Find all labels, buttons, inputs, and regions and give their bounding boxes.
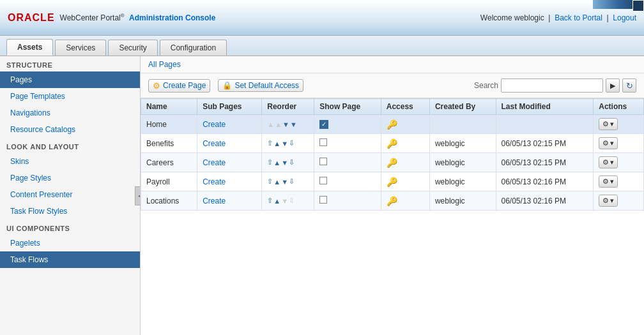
show-page-checkbox-careers[interactable] xyxy=(319,158,327,165)
reorder-down-careers[interactable]: ▼ xyxy=(281,159,288,167)
sidebar-collapse-button[interactable]: ◀ xyxy=(135,186,141,205)
table-row: Payroll Create ⇧ ▲ ▼ ⇩ xyxy=(141,172,644,191)
page-name-payroll: Payroll xyxy=(141,172,197,191)
access-home: 🔑 xyxy=(381,115,429,134)
reorder-up-payroll[interactable]: ▲ xyxy=(273,178,280,186)
back-to-portal-link[interactable]: Back to Portal xyxy=(555,13,602,22)
sidebar-item-page-styles[interactable]: Page Styles xyxy=(0,170,140,186)
sidebar-item-skins[interactable]: Skins xyxy=(0,153,140,170)
actions-locations: ⚙ ▾ xyxy=(594,191,644,211)
sidebar-section-ui-components: UI Components xyxy=(0,220,140,235)
header-right: Welcome weblogic | Back to Portal | Logo… xyxy=(480,13,636,22)
access-careers: 🔑 xyxy=(381,153,429,172)
tab-assets[interactable]: Assets xyxy=(6,39,53,56)
col-sub-pages: Sub Pages xyxy=(197,99,262,115)
search-input[interactable] xyxy=(501,78,603,93)
create-sub-page-home[interactable]: Create xyxy=(203,120,226,129)
access-icon-benefits[interactable]: 🔑 xyxy=(387,138,397,149)
access-locations: 🔑 xyxy=(381,191,429,211)
gear-icon-home: ⚙ xyxy=(602,120,609,128)
reorder-top-payroll[interactable]: ⇧ xyxy=(267,177,273,186)
access-icon-payroll[interactable]: 🔑 xyxy=(387,177,397,187)
reorder-up-home[interactable]: ▲ xyxy=(275,121,282,128)
reorder-bottom-careers[interactable]: ⇩ xyxy=(289,158,295,167)
access-payroll: 🔑 xyxy=(381,172,429,191)
sidebar: Structure Pages Page Templates Navigatio… xyxy=(0,56,141,335)
gear-icon-locations: ⚙ xyxy=(602,197,609,205)
reorder-top-careers[interactable]: ⇧ xyxy=(267,158,273,167)
main-container: Structure Pages Page Templates Navigatio… xyxy=(0,56,644,335)
all-pages-link[interactable]: All Pages xyxy=(148,60,181,69)
created-by-careers: weblogic xyxy=(429,153,496,172)
show-page-checkbox-home[interactable]: ✓ xyxy=(319,120,328,129)
create-sub-page-locations[interactable]: Create xyxy=(203,197,226,205)
create-sub-page-careers[interactable]: Create xyxy=(203,158,226,167)
reorder-top-home[interactable]: ▲ xyxy=(267,121,274,128)
actions-gear-benefits[interactable]: ⚙ ▾ xyxy=(599,137,618,149)
sidebar-item-page-templates[interactable]: Page Templates xyxy=(0,88,140,105)
tab-services[interactable]: Services xyxy=(55,40,106,56)
set-default-access-button[interactable]: 🔒 Set Default Access xyxy=(218,79,303,92)
col-actions: Actions xyxy=(594,99,644,115)
search-label: Search xyxy=(474,81,498,90)
reorder-bottom-locations[interactable]: ⇩ xyxy=(289,197,295,205)
gear-icon-payroll: ⚙ xyxy=(602,177,609,186)
welcome-text: Welcome weblogic xyxy=(480,13,544,22)
actions-gear-careers[interactable]: ⚙ ▾ xyxy=(599,156,618,168)
reorder-down-home[interactable]: ▼ xyxy=(282,121,289,128)
show-page-careers xyxy=(314,153,381,172)
col-created-by: Created By xyxy=(429,99,496,115)
create-sub-page-benefits[interactable]: Create xyxy=(203,139,226,148)
reorder-up-careers[interactable]: ▲ xyxy=(273,159,280,167)
reorder-bottom-payroll[interactable]: ⇩ xyxy=(289,177,295,186)
create-page-button[interactable]: ⚙ Create Page xyxy=(148,79,210,93)
show-page-checkbox-benefits[interactable] xyxy=(319,138,327,146)
reorder-bottom-home[interactable]: ▼ xyxy=(290,121,297,128)
registered-mark: ® xyxy=(121,13,125,19)
gear-icon-careers: ⚙ xyxy=(602,158,609,167)
page-name-careers: Careers xyxy=(141,153,197,172)
top-nav: Assets Services Security Configuration xyxy=(0,36,644,56)
reorder-down-locations[interactable]: ▼ xyxy=(281,197,288,205)
sidebar-item-pagelets[interactable]: Pagelets xyxy=(0,235,140,251)
actions-gear-locations[interactable]: ⚙ ▾ xyxy=(599,195,618,207)
actions-gear-payroll[interactable]: ⚙ ▾ xyxy=(599,175,618,188)
col-access: Access xyxy=(381,99,429,115)
arrow-right-icon: ▶ xyxy=(610,82,615,90)
sidebar-item-navigations[interactable]: Navigations xyxy=(0,105,140,121)
reorder-home: ▲ ▲ ▼ ▼ xyxy=(262,115,314,134)
page-name-locations: Locations xyxy=(141,191,197,211)
reorder-top-benefits[interactable]: ⇧ xyxy=(267,139,273,147)
sidebar-item-content-presenter[interactable]: Content Presenter xyxy=(0,186,140,203)
actions-gear-home[interactable]: ⚙ ▾ xyxy=(599,118,618,130)
sidebar-item-task-flow-styles[interactable]: Task Flow Styles xyxy=(0,203,140,220)
webcenter-label: WebCenter Portal xyxy=(60,13,121,22)
tab-configuration[interactable]: Configuration xyxy=(160,40,227,56)
logout-link[interactable]: Logout xyxy=(613,13,636,22)
reorder-top-locations[interactable]: ⇧ xyxy=(267,197,273,205)
sidebar-item-resource-catalogs[interactable]: Resource Catalogs xyxy=(0,121,140,138)
show-page-checkbox-locations[interactable] xyxy=(319,196,327,204)
refresh-button[interactable]: ↻ xyxy=(622,78,636,93)
sidebar-item-pages[interactable]: Pages xyxy=(0,71,140,88)
show-page-home: ✓ xyxy=(314,115,381,134)
access-icon-home[interactable]: 🔑 xyxy=(387,119,397,130)
create-sub-page-payroll[interactable]: Create xyxy=(203,177,226,186)
reorder-down-benefits[interactable]: ▼ xyxy=(281,140,288,147)
reorder-up-benefits[interactable]: ▲ xyxy=(273,140,280,147)
access-icon-careers[interactable]: 🔑 xyxy=(387,158,397,168)
tab-security[interactable]: Security xyxy=(108,40,157,56)
last-modified-careers: 06/05/13 02:15 PM xyxy=(496,153,594,172)
access-icon-locations[interactable]: 🔑 xyxy=(387,196,397,206)
gear-icon-benefits: ⚙ xyxy=(602,139,609,147)
oracle-logo: ORACLE xyxy=(8,12,55,24)
search-go-button[interactable]: ▶ xyxy=(606,78,620,93)
reorder-down-payroll[interactable]: ▼ xyxy=(281,178,288,186)
show-page-checkbox-payroll[interactable] xyxy=(319,177,327,184)
access-benefits: 🔑 xyxy=(381,134,429,153)
sidebar-item-task-flows[interactable]: Task Flows xyxy=(0,251,140,268)
reorder-up-locations[interactable]: ▲ xyxy=(273,197,280,205)
app-title: WebCenter Portal® Administration Console xyxy=(60,13,216,22)
reorder-bottom-benefits[interactable]: ⇩ xyxy=(289,139,295,147)
sub-pages-home: Create xyxy=(197,115,262,134)
